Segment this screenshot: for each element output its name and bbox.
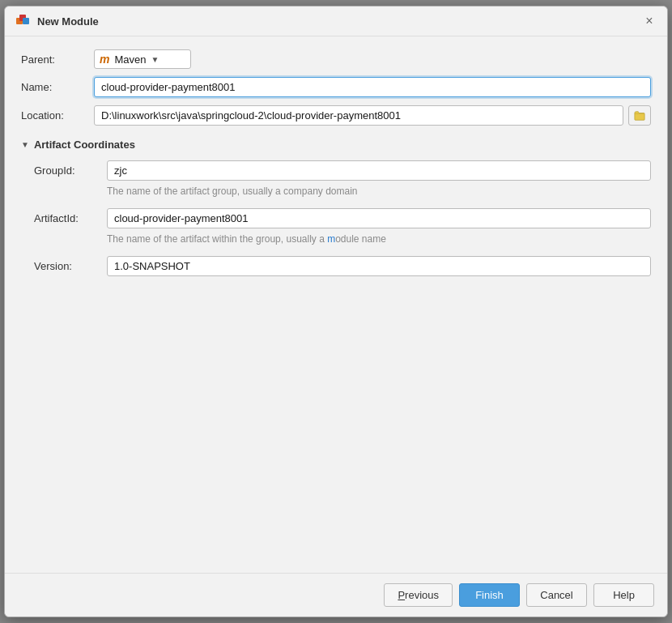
parent-label: Parent: bbox=[21, 53, 94, 66]
artifact-id-label: ArtifactId: bbox=[34, 208, 107, 224]
artifact-id-hint-suffix: odule name bbox=[335, 233, 386, 245]
artifact-section-title: Artifact Coordinates bbox=[34, 139, 135, 151]
artifact-id-input[interactable] bbox=[107, 208, 651, 228]
parent-dropdown-value: Maven bbox=[114, 53, 146, 66]
version-row: Version: bbox=[34, 256, 651, 276]
dialog-footer: Previous Finish Cancel Help bbox=[5, 573, 667, 617]
version-label: Version: bbox=[34, 256, 107, 272]
dialog-body: Parent: m Maven ▼ Name: Location: bbox=[5, 36, 667, 573]
artifact-section-header: ▼ Artifact Coordinates bbox=[21, 139, 651, 151]
group-id-label: GroupId: bbox=[34, 160, 107, 177]
location-control-wrap bbox=[94, 105, 651, 126]
title-bar: New Module × bbox=[5, 6, 667, 36]
name-control-wrap bbox=[94, 77, 651, 97]
artifact-id-hint: The name of the artifact within the grou… bbox=[107, 233, 651, 245]
previous-label-rest: revious bbox=[405, 589, 439, 601]
name-row: Name: bbox=[21, 77, 651, 97]
artifact-id-hint-prefix: The name of the artifact within the grou… bbox=[107, 233, 327, 245]
new-module-dialog: New Module × Parent: m Maven ▼ Name: bbox=[4, 6, 668, 617]
artifact-id-hint-highlight: m bbox=[327, 233, 335, 245]
finish-button[interactable]: Finish bbox=[459, 583, 520, 607]
artifact-section: GroupId: The name of the artifact group,… bbox=[21, 160, 651, 281]
group-id-row: GroupId: The name of the artifact group,… bbox=[34, 160, 651, 203]
version-input[interactable] bbox=[107, 256, 651, 276]
close-button[interactable]: × bbox=[641, 13, 657, 29]
name-label: Name: bbox=[21, 81, 94, 93]
maven-icon: m bbox=[100, 53, 109, 66]
collapse-arrow-icon[interactable]: ▼ bbox=[21, 140, 29, 149]
help-button[interactable]: Help bbox=[593, 583, 654, 607]
dialog-title: New Module bbox=[37, 15, 99, 28]
parent-row: Parent: m Maven ▼ bbox=[21, 49, 651, 69]
group-id-hint: The name of the artifact group, usually … bbox=[107, 186, 651, 197]
artifact-id-row: ArtifactId: The name of the artifact wit… bbox=[34, 208, 651, 251]
group-id-input[interactable] bbox=[107, 160, 651, 181]
previous-button[interactable]: Previous bbox=[384, 583, 453, 607]
folder-icon bbox=[634, 110, 645, 122]
previous-underline: P bbox=[398, 589, 405, 601]
dialog-icon bbox=[15, 13, 31, 29]
cancel-button[interactable]: Cancel bbox=[526, 583, 587, 607]
name-input[interactable] bbox=[94, 77, 651, 97]
artifact-id-field-wrap: The name of the artifact within the grou… bbox=[107, 208, 651, 251]
parent-dropdown[interactable]: m Maven ▼ bbox=[94, 49, 191, 69]
svg-rect-2 bbox=[23, 18, 29, 24]
version-field-wrap bbox=[107, 256, 651, 276]
group-id-field-wrap: The name of the artifact group, usually … bbox=[107, 160, 651, 203]
title-bar-left: New Module bbox=[15, 13, 99, 29]
dropdown-arrow-icon: ▼ bbox=[151, 55, 159, 64]
location-input[interactable] bbox=[94, 105, 623, 126]
location-row: Location: bbox=[21, 105, 651, 126]
parent-control-wrap: m Maven ▼ bbox=[94, 49, 651, 69]
browse-folder-button[interactable] bbox=[628, 105, 651, 126]
location-label: Location: bbox=[21, 109, 94, 122]
